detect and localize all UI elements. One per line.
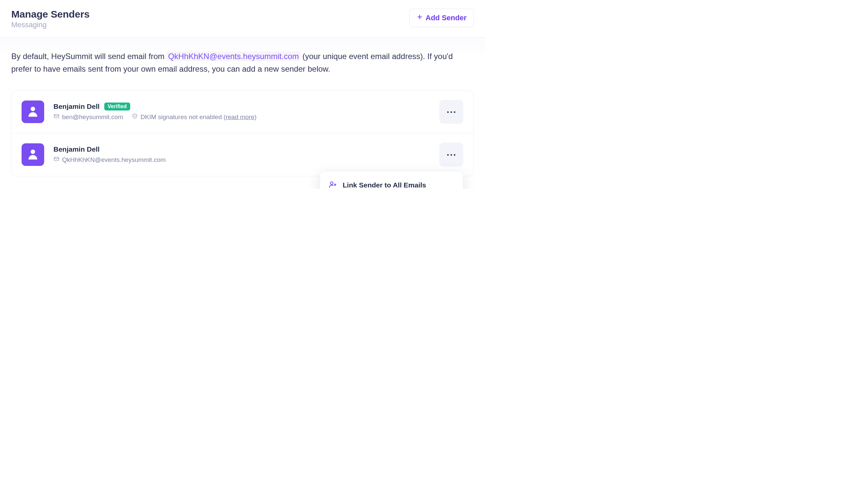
more-horizontal-icon — [447, 152, 456, 157]
avatar — [22, 143, 44, 166]
svg-point-10 — [451, 154, 452, 156]
sender-name: Benjamin Dell — [54, 102, 100, 111]
dkim-read-more-link[interactable]: read more — [226, 113, 255, 120]
add-sender-label: Add Sender — [426, 14, 467, 22]
svg-rect-3 — [54, 114, 59, 118]
link-sender-label: Link Sender to All Emails — [343, 181, 426, 189]
more-horizontal-icon — [447, 109, 456, 114]
avatar — [22, 101, 44, 123]
sender-list: Benjamin Dell Verified ben@heysummit.com — [11, 90, 473, 176]
sender-email: QkHhKhKN@events.heysummit.com — [62, 156, 166, 164]
sender-email-item: QkHhKhKN@events.heysummit.com — [54, 156, 166, 164]
sender-more-button[interactable] — [439, 100, 463, 124]
svg-point-4 — [447, 112, 449, 113]
person-icon — [26, 147, 40, 162]
intro-text: By default, HeySummit will send email fr… — [11, 50, 473, 76]
add-sender-button[interactable]: Add Sender — [410, 9, 473, 27]
page-header: Manage Senders Messaging Add Sender — [0, 0, 485, 38]
page-title: Manage Senders — [11, 9, 89, 20]
svg-point-11 — [454, 154, 456, 156]
sender-actions-dropdown: Link Sender to All Emails Edit Sender De… — [320, 171, 463, 189]
sender-name-line: Benjamin Dell — [54, 145, 430, 153]
sender-details: Benjamin Dell QkHhKhKN@events.heysummit.… — [54, 145, 430, 164]
sender-row: Benjamin Dell QkHhKhKN@events.heysummit.… — [12, 133, 473, 176]
plus-icon — [416, 14, 423, 22]
mail-icon — [54, 113, 59, 121]
shield-check-icon — [132, 113, 138, 121]
svg-point-9 — [447, 154, 449, 156]
sender-details: Benjamin Dell Verified ben@heysummit.com — [54, 102, 430, 121]
verified-badge: Verified — [104, 102, 130, 111]
person-icon — [26, 104, 40, 119]
content-area: By default, HeySummit will send email fr… — [0, 38, 485, 189]
intro-prefix: By default, HeySummit will send email fr… — [11, 52, 167, 61]
header-titles: Manage Senders Messaging — [11, 9, 89, 29]
svg-rect-8 — [54, 157, 59, 161]
svg-point-5 — [451, 112, 452, 113]
dkim-close: ) — [254, 113, 256, 120]
mail-icon — [54, 156, 59, 164]
user-plus-icon — [329, 181, 337, 189]
svg-point-7 — [30, 149, 35, 154]
svg-point-12 — [330, 182, 333, 184]
sender-name: Benjamin Dell — [54, 145, 100, 153]
dkim-status: DKIM signatures not enabled (read more) — [132, 113, 257, 121]
page-subtitle: Messaging — [11, 20, 89, 29]
sender-email: ben@heysummit.com — [62, 113, 123, 121]
sender-meta: ben@heysummit.com DKIM signatures not en… — [54, 113, 430, 121]
sender-email-item: ben@heysummit.com — [54, 113, 123, 121]
sender-row: Benjamin Dell Verified ben@heysummit.com — [12, 90, 473, 133]
svg-point-6 — [454, 112, 456, 113]
svg-point-2 — [30, 106, 35, 111]
sender-meta: QkHhKhKN@events.heysummit.com — [54, 156, 430, 164]
default-sender-email: QkHhKhKN@events.heysummit.com — [167, 52, 300, 61]
dkim-text: DKIM signatures not enabled ( — [140, 113, 226, 120]
sender-more-button[interactable] — [439, 143, 463, 167]
link-sender-all-emails[interactable]: Link Sender to All Emails — [320, 174, 463, 189]
sender-name-line: Benjamin Dell Verified — [54, 102, 430, 111]
